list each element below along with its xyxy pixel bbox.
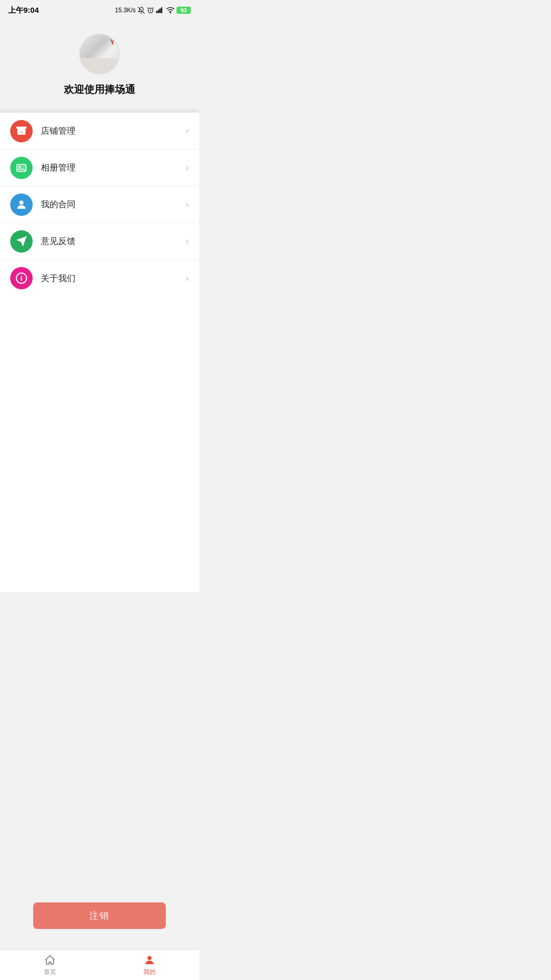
battery-indicator: 93 <box>177 7 191 14</box>
svg-point-17 <box>147 956 152 960</box>
wifi-icon <box>166 7 174 13</box>
avatar[interactable] <box>79 34 120 75</box>
alarm-icon <box>147 7 154 14</box>
mute-icon <box>138 7 145 14</box>
nav-home[interactable]: 首页 <box>0 950 99 980</box>
contract-arrow: › <box>186 199 189 210</box>
avatar-image <box>80 35 119 74</box>
menu-item-store[interactable]: 店铺管理 › <box>0 113 199 150</box>
menu-list: 店铺管理 › 相册管理 › 我的合同 › <box>0 113 199 592</box>
svg-rect-2 <box>156 11 157 13</box>
svg-point-6 <box>170 13 170 13</box>
about-icon <box>15 272 28 284</box>
store-label: 店铺管理 <box>41 125 186 137</box>
store-icon <box>15 125 28 137</box>
store-arrow: › <box>186 126 189 136</box>
logout-button[interactable]: 注销 <box>33 902 166 929</box>
menu-item-contract[interactable]: 我的合同 › <box>0 186 199 223</box>
svg-point-16 <box>21 276 22 277</box>
contract-icon-wrap <box>10 193 33 216</box>
svg-line-0 <box>138 7 145 14</box>
svg-rect-3 <box>158 10 159 13</box>
mine-icon <box>143 954 156 966</box>
logout-section: 注销 <box>0 887 199 949</box>
network-speed: 15.3K/s <box>115 7 136 14</box>
album-arrow: › <box>186 162 189 173</box>
svg-rect-5 <box>161 7 162 13</box>
signal-icon <box>156 7 164 14</box>
contract-label: 我的合同 <box>41 199 186 210</box>
svg-point-12 <box>19 166 21 168</box>
svg-rect-4 <box>159 9 160 13</box>
welcome-text: 欢迎使用捧场通 <box>64 83 135 96</box>
svg-point-13 <box>19 201 23 205</box>
feedback-label: 意见反馈 <box>41 235 186 247</box>
menu-item-album[interactable]: 相册管理 › <box>0 150 199 186</box>
feedback-icon-wrap <box>10 230 33 253</box>
bottom-nav: 首页 我的 <box>0 949 199 980</box>
about-arrow: › <box>186 273 189 284</box>
contract-icon <box>15 199 28 211</box>
profile-section: 欢迎使用捧场通 <box>0 18 199 109</box>
status-time: 上午9:04 <box>8 6 39 15</box>
feedback-icon <box>15 235 28 248</box>
status-bar: 上午9:04 15.3K/s 93 <box>0 0 199 18</box>
status-right: 15.3K/s 93 <box>115 7 191 14</box>
about-icon-wrap <box>10 267 33 289</box>
album-icon <box>15 162 28 174</box>
feedback-arrow: › <box>186 236 189 247</box>
album-label: 相册管理 <box>41 162 186 174</box>
album-icon-wrap <box>10 157 33 179</box>
store-icon-wrap <box>10 120 33 142</box>
content-spacer <box>0 592 199 888</box>
section-divider <box>0 109 199 113</box>
menu-item-about[interactable]: 关于我们 › <box>0 260 199 297</box>
svg-rect-7 <box>16 127 27 129</box>
home-icon <box>44 954 56 966</box>
menu-item-feedback[interactable]: 意见反馈 › <box>0 223 199 260</box>
nav-mine[interactable]: 我的 <box>99 950 199 980</box>
nav-mine-label: 我的 <box>143 968 156 976</box>
about-label: 关于我们 <box>41 273 186 284</box>
nav-home-label: 首页 <box>44 968 56 976</box>
